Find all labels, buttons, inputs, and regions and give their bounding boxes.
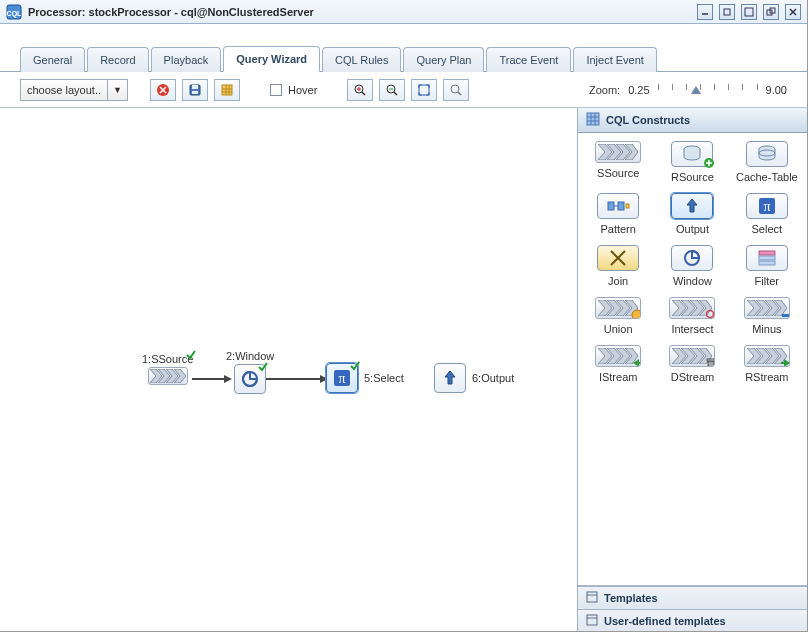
tab-label: Query Plan bbox=[416, 54, 471, 66]
node-ssource[interactable]: 1:SSource bbox=[142, 353, 193, 385]
app-icon: CQL bbox=[6, 4, 22, 20]
window-maximize-button[interactable] bbox=[741, 4, 757, 20]
svg-rect-52 bbox=[608, 202, 614, 210]
palette-item-label: Cache-Table bbox=[736, 171, 798, 183]
chevron-down-icon: ▼ bbox=[107, 80, 127, 100]
tab-query-plan[interactable]: Query Plan bbox=[403, 47, 484, 72]
istream-icon bbox=[595, 345, 641, 367]
tab-label: Playback bbox=[164, 54, 209, 66]
select-icon: π bbox=[326, 363, 358, 393]
palette-item-label: Window bbox=[673, 275, 712, 287]
tab-cql-rules[interactable]: CQL Rules bbox=[322, 47, 401, 72]
window-icon bbox=[671, 245, 713, 271]
templates-icon bbox=[586, 591, 598, 605]
toolbar: choose layout.. ▼ Hover Zoom: 0.25 9.00 bbox=[0, 72, 807, 108]
palette-item-rstream[interactable]: RStream bbox=[731, 345, 803, 383]
svg-text:CQL: CQL bbox=[7, 10, 22, 18]
tab-label: Trace Event bbox=[499, 54, 558, 66]
hover-label: Hover bbox=[288, 84, 317, 96]
svg-rect-59 bbox=[759, 251, 775, 255]
palette-item-label: Union bbox=[604, 323, 633, 335]
svg-rect-27 bbox=[419, 85, 429, 95]
palette-item-window[interactable]: Window bbox=[656, 245, 728, 287]
node-select[interactable]: π bbox=[326, 363, 358, 393]
svg-rect-88 bbox=[708, 361, 714, 367]
palette-item-output[interactable]: Output bbox=[656, 193, 728, 235]
node-label: 6:Output bbox=[472, 372, 514, 384]
tab-record[interactable]: Record bbox=[87, 47, 148, 72]
layout-select[interactable]: choose layout.. ▼ bbox=[20, 79, 128, 101]
svg-rect-4 bbox=[745, 8, 753, 16]
tab-label: Inject Event bbox=[586, 54, 643, 66]
tab-label: CQL Rules bbox=[335, 54, 388, 66]
tab-trace-event[interactable]: Trace Event bbox=[486, 47, 571, 72]
search-badge-icon bbox=[705, 309, 715, 319]
tab-inject-event[interactable]: Inject Event bbox=[573, 47, 656, 72]
palette-item-intersect[interactable]: Intersect bbox=[656, 297, 728, 335]
cache-table-icon bbox=[746, 141, 788, 167]
svg-rect-37 bbox=[587, 113, 599, 125]
node-label: 2:Window bbox=[226, 350, 274, 362]
palette-item-pattern[interactable]: Pattern bbox=[582, 193, 654, 235]
delete-button[interactable] bbox=[150, 79, 176, 101]
palette-item-rsource[interactable]: RSource bbox=[656, 141, 728, 183]
layout-select-label: choose layout.. bbox=[21, 84, 107, 96]
svg-rect-14 bbox=[192, 91, 198, 94]
palette-item-cache-table[interactable]: Cache-Table bbox=[731, 141, 803, 183]
fit-button[interactable] bbox=[411, 79, 437, 101]
palette-user-templates[interactable]: User-defined templates bbox=[578, 609, 807, 632]
save-button[interactable] bbox=[182, 79, 208, 101]
ssource-icon bbox=[148, 367, 188, 385]
output-icon bbox=[434, 363, 466, 393]
circle-badge-icon bbox=[631, 309, 641, 319]
tab-playback[interactable]: Playback bbox=[151, 47, 222, 72]
output-icon bbox=[671, 193, 713, 219]
svg-text:π: π bbox=[338, 371, 345, 386]
templates-icon bbox=[586, 614, 598, 628]
window-close-button[interactable] bbox=[785, 4, 801, 20]
palette-item-label: SSource bbox=[597, 167, 639, 179]
tab-strip: General Record Playback Query Wizard CQL… bbox=[0, 24, 807, 72]
hover-checkbox[interactable]: Hover bbox=[270, 84, 317, 96]
zoom-out-button[interactable] bbox=[379, 79, 405, 101]
zoom-label: Zoom: bbox=[589, 84, 620, 96]
palette-item-join[interactable]: Join bbox=[582, 245, 654, 287]
zoom-slider[interactable] bbox=[658, 80, 758, 100]
palette-header[interactable]: CQL Constructs bbox=[578, 108, 807, 133]
node-output[interactable] bbox=[434, 363, 466, 393]
tab-general[interactable]: General bbox=[20, 47, 85, 72]
palette-item-filter[interactable]: Filter bbox=[731, 245, 803, 287]
palette-templates[interactable]: Templates bbox=[578, 586, 807, 609]
main-area: 1:SSource 2:Window bbox=[0, 108, 807, 632]
slider-thumb-icon bbox=[691, 86, 701, 94]
tab-query-wizard[interactable]: Query Wizard bbox=[223, 46, 320, 72]
window-title: Processor: stockProcessor - cql@NonClust… bbox=[28, 6, 691, 18]
zoom-in-button[interactable] bbox=[347, 79, 373, 101]
palette-item-ssource[interactable]: SSource bbox=[582, 141, 654, 183]
palette-item-dstream[interactable]: DStream bbox=[656, 345, 728, 383]
palette-item-union[interactable]: Union bbox=[582, 297, 654, 335]
pattern-icon bbox=[597, 193, 639, 219]
svg-point-28 bbox=[451, 85, 459, 93]
tab-label: Query Wizard bbox=[236, 53, 307, 65]
diagram-canvas[interactable]: 1:SSource 2:Window bbox=[0, 108, 577, 632]
palette-item-select[interactable]: π Select bbox=[731, 193, 803, 235]
svg-rect-96 bbox=[587, 592, 597, 602]
ssource-icon bbox=[595, 141, 641, 163]
zoom-tool-button[interactable] bbox=[443, 79, 469, 101]
palette-item-istream[interactable]: IStream bbox=[582, 345, 654, 383]
svg-marker-94 bbox=[784, 359, 790, 367]
filter-icon bbox=[746, 245, 788, 271]
node-window[interactable]: 2:Window bbox=[226, 350, 274, 394]
svg-rect-53 bbox=[618, 202, 624, 210]
grid-button[interactable] bbox=[214, 79, 240, 101]
window-minimize-button[interactable] bbox=[697, 4, 713, 20]
check-icon bbox=[258, 362, 268, 372]
node-label: 5:Select bbox=[364, 372, 404, 384]
palette-item-label: RStream bbox=[745, 371, 788, 383]
window-detach-button[interactable] bbox=[763, 4, 779, 20]
join-icon bbox=[597, 245, 639, 271]
palette-item-minus[interactable]: Minus bbox=[731, 297, 803, 335]
window-restore-button[interactable] bbox=[719, 4, 735, 20]
window-icon bbox=[234, 364, 266, 394]
